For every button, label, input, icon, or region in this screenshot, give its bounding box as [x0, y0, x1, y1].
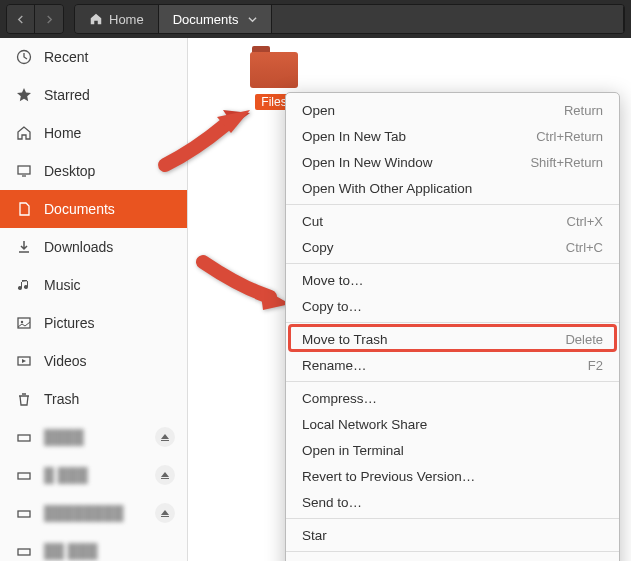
menu-separator [286, 381, 619, 382]
menu-item-local-network-share[interactable]: Local Network Share [286, 411, 619, 437]
drive-icon [16, 429, 32, 445]
picture-icon [16, 315, 32, 331]
back-button[interactable] [7, 5, 35, 33]
drive-icon [16, 467, 32, 483]
annotation-arrow-2 [195, 252, 295, 316]
sidebar-item-downloads[interactable]: Downloads [0, 228, 187, 266]
sidebar-mount-1[interactable]: █ ███ [0, 456, 187, 494]
home-icon [89, 12, 103, 26]
music-icon [16, 277, 32, 293]
folder-icon [250, 46, 298, 88]
sidebar-item-pictures[interactable]: Pictures [0, 304, 187, 342]
crumb-spacer [272, 5, 624, 33]
home-icon [16, 125, 32, 141]
menu-item-revert-to-previous-version[interactable]: Revert to Previous Version… [286, 463, 619, 489]
clock-icon [16, 49, 32, 65]
svg-rect-6 [18, 473, 30, 479]
annotation-arrow-1 [155, 105, 255, 179]
eject-button[interactable] [155, 503, 175, 523]
drive-icon [16, 543, 32, 559]
desktop-icon [16, 163, 32, 179]
sidebar-mount-3[interactable]: ██ ███ [0, 532, 187, 561]
svg-rect-7 [18, 511, 30, 517]
menu-separator [286, 204, 619, 205]
video-icon [16, 353, 32, 369]
menu-item-move-to-trash[interactable]: Move to TrashDelete [286, 326, 619, 352]
crumb-documents[interactable]: Documents [159, 5, 273, 33]
menu-item-copy[interactable]: CopyCtrl+C [286, 234, 619, 260]
crumb-home[interactable]: Home [75, 5, 159, 33]
svg-point-3 [21, 321, 23, 323]
menu-item-properties[interactable]: PropertiesCtrl+I [286, 555, 619, 561]
menu-separator [286, 518, 619, 519]
svg-rect-8 [18, 549, 30, 555]
chevron-down-icon [248, 15, 257, 24]
titlebar: Home Documents [0, 0, 631, 38]
menu-item-send-to[interactable]: Send to… [286, 489, 619, 515]
sidebar-item-music[interactable]: Music [0, 266, 187, 304]
forward-button[interactable] [35, 5, 63, 33]
drive-icon [16, 505, 32, 521]
svg-rect-1 [18, 166, 30, 174]
trash-icon [16, 391, 32, 407]
menu-item-star[interactable]: Star [286, 522, 619, 548]
sidebar-item-documents[interactable]: Documents [0, 190, 187, 228]
breadcrumb: Home Documents [74, 4, 625, 34]
sidebar-item-trash[interactable]: Trash [0, 380, 187, 418]
crumb-label: Documents [173, 12, 239, 27]
sidebar-item-videos[interactable]: Videos [0, 342, 187, 380]
menu-item-open-in-new-tab[interactable]: Open In New TabCtrl+Return [286, 123, 619, 149]
nav-buttons [6, 4, 64, 34]
menu-item-open-in-terminal[interactable]: Open in Terminal [286, 437, 619, 463]
menu-item-open[interactable]: OpenReturn [286, 97, 619, 123]
star-icon [16, 87, 32, 103]
sidebar-mount-2[interactable]: ████████ [0, 494, 187, 532]
menu-item-copy-to[interactable]: Copy to… [286, 293, 619, 319]
context-menu: OpenReturnOpen In New TabCtrl+ReturnOpen… [285, 92, 620, 561]
crumb-label: Home [109, 12, 144, 27]
menu-item-open-with-other-application[interactable]: Open With Other Application [286, 175, 619, 201]
eject-button[interactable] [155, 465, 175, 485]
eject-button[interactable] [155, 427, 175, 447]
menu-item-open-in-new-window[interactable]: Open In New WindowShift+Return [286, 149, 619, 175]
file-icon [16, 201, 32, 217]
menu-separator [286, 322, 619, 323]
download-icon [16, 239, 32, 255]
sidebar-mount-0[interactable]: ████ [0, 418, 187, 456]
menu-item-compress[interactable]: Compress… [286, 385, 619, 411]
menu-separator [286, 551, 619, 552]
sidebar-item-recent[interactable]: Recent [0, 38, 187, 76]
menu-item-cut[interactable]: CutCtrl+X [286, 208, 619, 234]
menu-item-move-to[interactable]: Move to… [286, 267, 619, 293]
menu-item-rename[interactable]: Rename…F2 [286, 352, 619, 378]
menu-separator [286, 263, 619, 264]
svg-rect-5 [18, 435, 30, 441]
